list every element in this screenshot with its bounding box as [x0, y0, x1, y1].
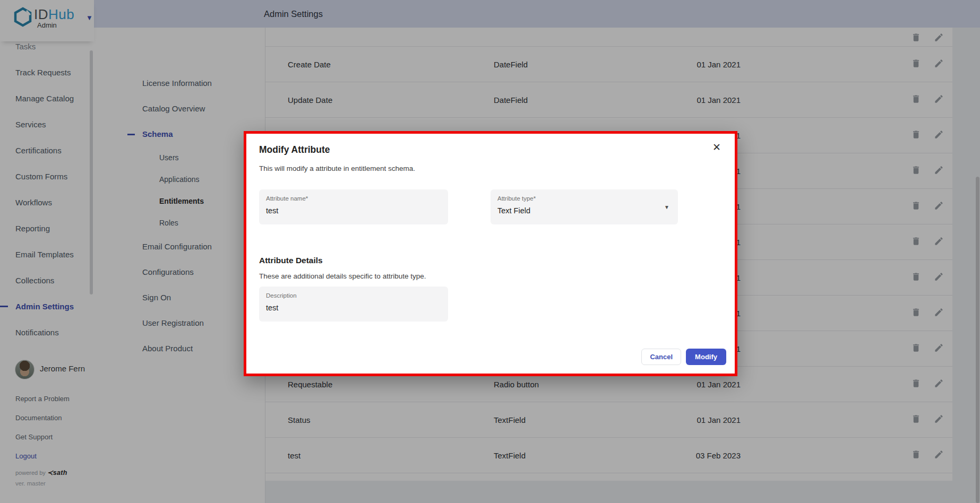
modify-button[interactable]: Modify	[686, 349, 726, 365]
attribute-type-value: Text Field	[497, 206, 530, 215]
attribute-name-label: Attribute name*	[266, 195, 308, 202]
attribute-details-heading: Attribute Details	[259, 256, 323, 265]
attribute-name-value: test	[266, 206, 278, 215]
attribute-name-field[interactable]: Attribute name* test	[259, 189, 448, 224]
description-field[interactable]: Description test	[259, 287, 448, 322]
modify-attribute-modal: Modify Attribute ✕ This will modify a at…	[244, 131, 737, 376]
attribute-details-text: These are additional details specific to…	[259, 272, 426, 280]
attribute-type-select[interactable]: Attribute type* Text Field ▼	[491, 189, 678, 224]
app-window: Admin Settings TasksTrack RequestsManage…	[0, 0, 980, 503]
modal-actions: Cancel Modify	[641, 349, 726, 365]
close-icon[interactable]: ✕	[712, 142, 721, 152]
chevron-down-icon: ▼	[664, 204, 669, 210]
attribute-type-label: Attribute type*	[497, 195, 536, 202]
modal-title: Modify Attribute	[259, 144, 330, 155]
description-label: Description	[266, 292, 297, 299]
cancel-button[interactable]: Cancel	[641, 349, 681, 365]
modal-subtitle: This will modify a attribute in entitlem…	[259, 164, 415, 172]
description-value: test	[266, 303, 278, 312]
